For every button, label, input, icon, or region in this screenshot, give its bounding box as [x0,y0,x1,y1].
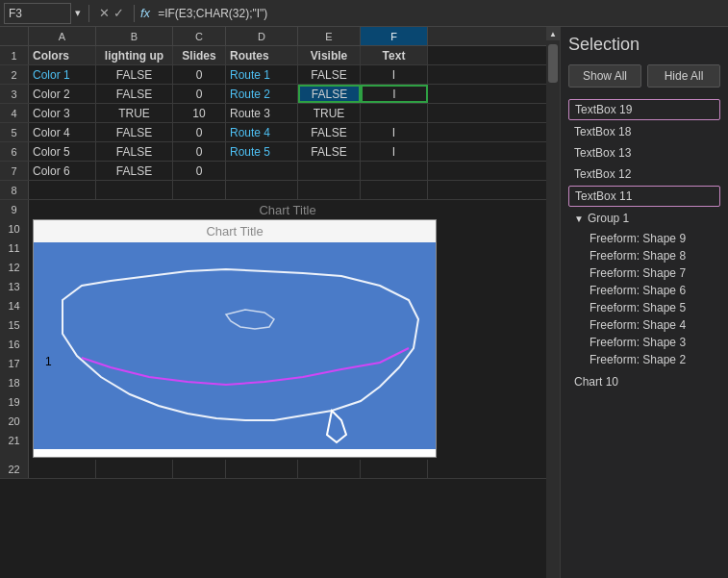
cell-f8[interactable] [361,181,428,199]
cell-f5[interactable]: I [361,123,428,141]
cell-f1[interactable]: Text [361,46,428,64]
freeform-shape-9[interactable]: Freeform: Shape 9 [584,230,720,247]
cell-e7[interactable] [298,162,361,180]
cell-b2[interactable]: FALSE [96,65,173,84]
cell-a6[interactable]: Color 5 [29,142,96,161]
cell-d6[interactable]: Route 5 [226,142,298,161]
confirm-formula-icon[interactable]: ✓ [113,6,124,20]
cell-c7[interactable]: 0 [173,162,226,180]
col-header-b[interactable]: B [96,27,173,45]
cell-d3[interactable]: Route 2 [226,85,298,103]
cell-a5[interactable]: Color 4 [29,123,96,141]
cell-b5[interactable]: FALSE [96,123,173,141]
freeform-shape-6[interactable]: Freeform: Shape 6 [584,282,720,299]
cell-ref-input[interactable] [4,3,71,24]
cell-c3[interactable]: 0 [173,85,226,103]
textbox11-label: TextBox 11 [575,189,632,203]
cell-e2[interactable]: FALSE [298,65,361,84]
scroll-thumb[interactable] [548,44,558,83]
cell-a1[interactable]: Colors [29,46,96,64]
cell-d7[interactable] [226,162,298,180]
show-all-button[interactable]: Show All [568,64,641,88]
cell-d1[interactable]: Routes [226,46,298,64]
cell-d2[interactable]: Route 1 [226,65,298,84]
group-1-header[interactable]: ▼ Group 1 [568,209,720,228]
cancel-formula-icon[interactable]: ✕ [99,6,110,20]
cell-e6[interactable]: FALSE [298,142,361,161]
cell-b22[interactable] [96,460,173,478]
selection-item-textbox12[interactable]: TextBox 12 [568,164,720,184]
row-num-9: 9 [0,200,29,219]
selection-item-textbox19[interactable]: TextBox 19 [568,99,720,120]
col-header-c[interactable]: C [173,27,226,45]
cell-f22[interactable] [361,460,428,478]
cell-b7[interactable]: FALSE [96,162,173,180]
cell-b1[interactable]: lighting up [96,46,173,64]
cell-e3-selected[interactable]: FALSE [298,85,361,103]
vertical-scrollbar[interactable]: ▲ [546,27,560,578]
cell-a7[interactable]: Color 6 [29,162,96,180]
cell-b6[interactable]: FALSE [96,142,173,161]
selection-item-textbox13[interactable]: TextBox 13 [568,143,720,163]
col-header-f[interactable]: F [361,27,428,45]
freeform-shape-7[interactable]: Freeform: Shape 7 [584,264,720,282]
cell-d8[interactable] [226,181,298,199]
cell-a2[interactable]: Color 1 [29,65,96,84]
chart-title-text: Chart Title [34,220,436,242]
cell-c6[interactable]: 0 [173,142,226,161]
col-header-a[interactable]: A [29,27,96,45]
col-header-d[interactable]: D [226,27,298,45]
freeform-shape-2[interactable]: Freeform: Shape 2 [584,351,720,368]
cell-c1[interactable]: Slides [173,46,226,64]
freeform-shape-3[interactable]: Freeform: Shape 3 [584,334,720,351]
cell-a4[interactable]: Color 3 [29,104,96,122]
cell-d5[interactable]: Route 4 [226,123,298,141]
formula-input[interactable] [158,7,724,20]
scroll-up-arrow[interactable]: ▲ [546,27,560,40]
table-row: 3 Color 2 FALSE 0 Route 2 FALSE I [0,85,546,104]
cell-f6[interactable]: I [361,142,428,161]
chart-10-item[interactable]: Chart 10 [568,372,720,391]
freeform-shape-4[interactable]: Freeform: Shape 4 [584,316,720,334]
cell-a8[interactable] [29,181,96,199]
fx-label: fx [140,6,150,20]
cell-c22[interactable] [173,460,226,478]
cell-a22[interactable] [29,460,96,478]
spreadsheet: A B C D E F 1 Colors lighting up Slides … [0,27,546,578]
cell-e8[interactable] [298,181,361,199]
cell-d4[interactable]: Route 3 [226,104,298,122]
cell-f4[interactable] [361,104,428,122]
chart-visual[interactable]: Chart Title [33,219,437,458]
cell-a3[interactable]: Color 2 [29,85,96,103]
selection-item-textbox11[interactable]: TextBox 11 [568,186,720,207]
row-num: 1 [0,46,29,64]
selection-list: TextBox 19 TextBox 18 TextBox 13 TextBox… [568,99,720,391]
cell-d22[interactable] [226,460,298,478]
cell-e5[interactable]: FALSE [298,123,361,141]
cell-b4[interactable]: TRUE [96,104,173,122]
hide-all-button[interactable]: Hide All [647,64,720,88]
row-num-18: 18 [0,373,29,392]
cell-e22[interactable] [298,460,361,478]
table-row: 7 Color 6 FALSE 0 [0,162,546,181]
freeform-shape-8[interactable]: Freeform: Shape 8 [584,247,720,264]
selection-item-textbox18[interactable]: TextBox 18 [568,122,720,141]
group-chevron-icon: ▼ [574,214,584,224]
cell-f2[interactable]: I [361,65,428,84]
cell-f7[interactable] [361,162,428,180]
cell-f3[interactable]: I [361,85,428,103]
cell-c5[interactable]: 0 [173,123,226,141]
row-num-13: 13 [0,277,29,296]
table-row: 1 Colors lighting up Slides Routes Visib… [0,46,546,65]
cell-e1[interactable]: Visible [298,46,361,64]
textbox12-label: TextBox 12 [574,167,631,181]
cell-c2[interactable]: 0 [173,65,226,84]
cell-b3[interactable]: FALSE [96,85,173,103]
cell-c4[interactable]: 10 [173,104,226,122]
col-header-e[interactable]: E [298,27,361,45]
freeform-shape-5[interactable]: Freeform: Shape 5 [584,299,720,316]
cell-ref-dropdown[interactable]: ▾ [73,7,83,19]
cell-c8[interactable] [173,181,226,199]
cell-e4[interactable]: TRUE [298,104,361,122]
cell-b8[interactable] [96,181,173,199]
